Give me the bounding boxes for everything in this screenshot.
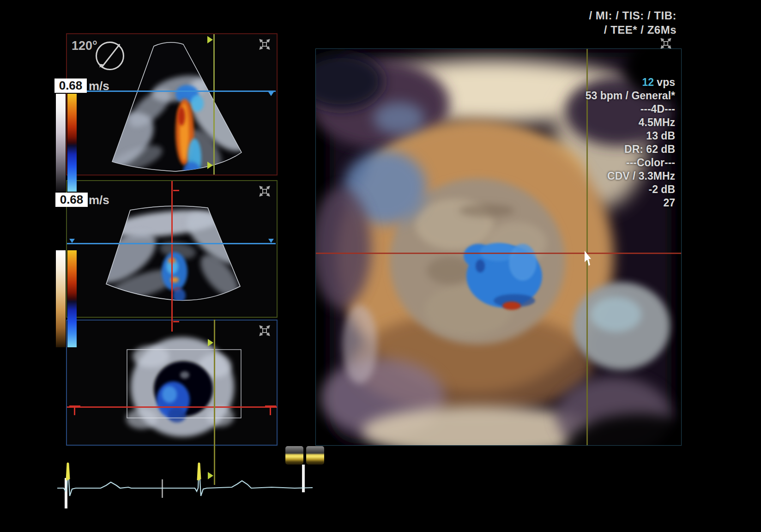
sector-image-transverse bbox=[67, 320, 277, 445]
ultrasound-screen: / MI: / TIS: / TIB: / TEE* / Z6Ms bbox=[0, 0, 761, 532]
doppler-colorbar-1 bbox=[67, 94, 77, 192]
plane-marker-red-left-stem-3[interactable] bbox=[74, 408, 75, 415]
plane-marker-green-bottom[interactable] bbox=[207, 162, 213, 169]
info-line: 4.5MHz bbox=[586, 116, 675, 129]
info-line: 53 bpm / General* bbox=[586, 89, 675, 103]
velocity-scale-value-1: 0.68 bbox=[54, 79, 87, 93]
info-line: 27 bbox=[586, 196, 675, 210]
render-colorbar-2 bbox=[56, 250, 66, 347]
velocity-scale-unit-1: m/s bbox=[89, 79, 109, 93]
ecg-trace bbox=[57, 464, 313, 496]
acquisition-info: 12 vps 53 bpm / General* ---4D--- 4.5MHz… bbox=[586, 76, 675, 210]
vps-line: 12 vps bbox=[586, 76, 675, 89]
system-status-text: / MI: / TIS: / TIB: / TEE* / Z6Ms bbox=[589, 8, 676, 37]
plane-marker-red-top[interactable] bbox=[173, 190, 179, 191]
angle-dial-pointer bbox=[101, 44, 121, 68]
plane-marker-blue-right-1[interactable] bbox=[268, 92, 274, 96]
plane-marker-green-top-3[interactable] bbox=[208, 339, 213, 346]
info-line: -2 dB bbox=[586, 183, 675, 196]
velocity-scale-unit-2: m/s bbox=[89, 193, 109, 207]
plane-marker-green-top[interactable] bbox=[207, 36, 213, 43]
expand-icon[interactable] bbox=[659, 37, 672, 50]
info-line: ---4D--- bbox=[586, 103, 675, 116]
plane-marker-blue-right-2[interactable] bbox=[268, 239, 274, 243]
info-line: DR: 62 dB bbox=[586, 143, 675, 156]
qrs-trigger-marker-2 bbox=[198, 464, 200, 480]
expand-icon[interactable] bbox=[258, 185, 271, 198]
axial-plane-line-2[interactable] bbox=[67, 243, 276, 244]
plane-marker-green-ecg[interactable] bbox=[208, 472, 213, 479]
angle-dial-icon bbox=[96, 42, 124, 70]
crosshair-horizontal-line[interactable] bbox=[316, 253, 682, 254]
plane-angle-label: 120° bbox=[72, 39, 97, 53]
expand-icon[interactable] bbox=[258, 38, 271, 51]
tee-probe-icon bbox=[285, 446, 324, 465]
probe-segment-left bbox=[285, 446, 303, 465]
velocity-scale-value-2: 0.68 bbox=[55, 193, 88, 207]
angle-dial-arrowhead bbox=[99, 64, 103, 68]
status-line-indices: / MI: / TIS: / TIB: bbox=[589, 8, 676, 23]
lateral-plane-line-3[interactable] bbox=[214, 320, 215, 485]
status-line-probe: / TEE* / Z6Ms bbox=[589, 23, 676, 37]
plane-marker-red-bottom[interactable] bbox=[173, 321, 179, 322]
volume-render-panel[interactable]: 12 vps 53 bpm / General* ---4D--- 4.5MHz… bbox=[315, 48, 682, 446]
info-line: ---Color--- bbox=[586, 156, 675, 169]
expand-icon[interactable] bbox=[258, 324, 271, 337]
mpr-panel-sagittal[interactable]: 120° bbox=[66, 33, 278, 175]
vps-label: vps bbox=[654, 76, 675, 88]
doppler-colorbar-2 bbox=[67, 250, 77, 347]
qrs-trigger-marker-1 bbox=[67, 464, 69, 480]
lateral-plane-line[interactable] bbox=[213, 34, 215, 175]
mpr-panel-transverse[interactable] bbox=[66, 320, 278, 446]
info-line: 13 dB bbox=[586, 129, 675, 143]
plane-marker-red-right-stem-3[interactable] bbox=[270, 408, 271, 415]
elevation-plane-line[interactable] bbox=[171, 181, 173, 332]
grayscale-colorbar-1 bbox=[56, 94, 66, 192]
ecg-display bbox=[54, 443, 315, 517]
elevation-plane-line-3[interactable] bbox=[67, 406, 277, 408]
probe-segment-right bbox=[306, 446, 324, 465]
info-line: CDV / 3.3MHz bbox=[586, 169, 675, 183]
vps-value: 12 bbox=[642, 76, 654, 88]
plane-marker-blue-left-2[interactable] bbox=[69, 239, 75, 243]
